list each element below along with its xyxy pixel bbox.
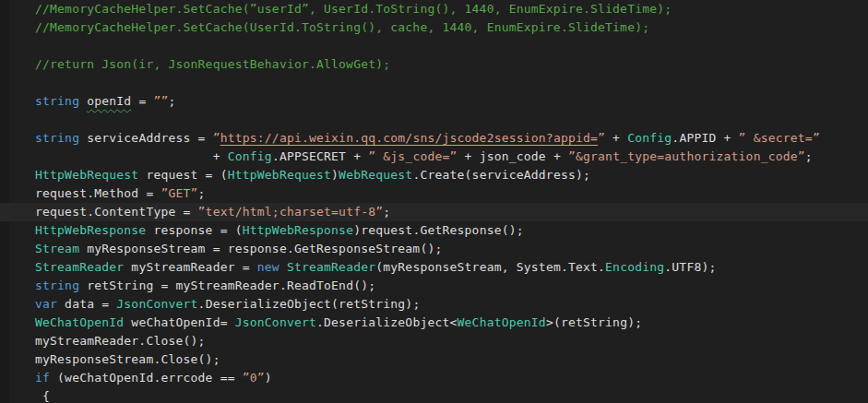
code-token: request.ContentType = bbox=[35, 205, 198, 219]
code-token: myStreamReader.Close(); bbox=[35, 334, 206, 348]
code-line[interactable]: string serviceAddress = ”https://api.wei… bbox=[0, 129, 868, 148]
code-token: JsonConvert bbox=[235, 315, 316, 329]
code-token: .APPID + bbox=[672, 131, 738, 145]
code-token: request = ( bbox=[138, 168, 227, 182]
code-token: response = ( bbox=[146, 223, 242, 237]
code-token: myResponseStream.Close(); bbox=[35, 352, 220, 366]
code-token: ”&grant_type=authorization_code” bbox=[568, 149, 805, 163]
code-token: ) bbox=[331, 168, 339, 182]
code-token: = bbox=[131, 94, 153, 108]
code-line[interactable]: + Config.APPSECRET + ” &js_code=” + json… bbox=[0, 148, 868, 166]
code-line[interactable]: //MemoryCacheHelper.SetCache(”userId”, U… bbox=[0, 0, 868, 18]
code-token: data = bbox=[57, 297, 116, 311]
code-token: Config bbox=[228, 149, 272, 163]
code-token: )request.GetResponse(); bbox=[353, 223, 524, 237]
code-token: //MemoryCacheHelper.SetCache(UserId.ToSt… bbox=[35, 20, 649, 34]
code-line[interactable]: HttpWebRequest request = (HttpWebRequest… bbox=[0, 166, 868, 184]
code-token: new bbox=[257, 260, 279, 274]
code-line[interactable]: string retString = myStreamReader.ReadTo… bbox=[0, 277, 868, 295]
code-line[interactable]: WeChatOpenId weChatOpenId= JsonConvert.D… bbox=[0, 314, 868, 332]
code-token: var bbox=[35, 297, 57, 311]
code-token: serviceAddress = bbox=[79, 131, 212, 145]
code-token: string bbox=[35, 94, 79, 108]
code-token: myStreamReader = bbox=[124, 260, 256, 274]
code-token: ”0” bbox=[243, 371, 265, 385]
code-token: https://api.weixin.qq.com/sns/jscode2ses… bbox=[220, 131, 598, 145]
code-token: + json_code + bbox=[458, 149, 568, 163]
code-line[interactable]: //MemoryCacheHelper.SetCache(UserId.ToSt… bbox=[0, 18, 868, 37]
code-line[interactable]: string openId = ””; bbox=[0, 92, 868, 111]
code-line[interactable]: request.Method = ”GET”; bbox=[0, 184, 868, 203]
code-token: Encoding bbox=[605, 260, 664, 274]
code-line[interactable]: request.ContentType = ”text/html;charset… bbox=[0, 203, 868, 221]
code-token bbox=[279, 260, 287, 274]
code-token: StreamReader bbox=[287, 260, 375, 274]
code-token: JsonConvert bbox=[116, 297, 197, 311]
code-line[interactable] bbox=[0, 74, 868, 92]
code-token: WeChatOpenId bbox=[35, 315, 124, 329]
code-token: string bbox=[35, 279, 79, 292]
code-line[interactable]: if (weChatOpenId.errcode == ”0”) bbox=[0, 369, 868, 387]
code-token: Stream bbox=[35, 242, 79, 255]
code-token: { bbox=[35, 389, 50, 403]
code-token: ” bbox=[598, 131, 605, 145]
code-token: StreamReader bbox=[35, 260, 124, 274]
code-token: (weChatOpenId.errcode == bbox=[50, 371, 243, 385]
code-token: ; bbox=[198, 186, 206, 200]
code-token: ”” bbox=[153, 94, 168, 108]
code-token: //MemoryCacheHelper.SetCache(”userId”, U… bbox=[35, 2, 672, 16]
code-token: ; bbox=[169, 94, 176, 108]
code-token: .DeserializeObject< bbox=[316, 315, 458, 329]
code-token: .APPSECRET + bbox=[272, 149, 368, 163]
code-editor[interactable]: //MemoryCacheHelper.SetCache(”userId”, U… bbox=[0, 0, 868, 403]
code-token: HttpWebResponse bbox=[243, 223, 353, 237]
code-token: WebRequest bbox=[339, 168, 412, 182]
code-line[interactable]: StreamReader myStreamReader = new Stream… bbox=[0, 258, 868, 277]
code-token: ” &secret=” bbox=[739, 131, 820, 145]
code-line[interactable]: myStreamReader.Close(); bbox=[0, 332, 868, 350]
code-line[interactable] bbox=[0, 37, 868, 55]
code-token: retString = myStreamReader.ReadToEnd(); bbox=[79, 279, 375, 292]
code-line[interactable]: { bbox=[0, 387, 868, 403]
code-token: HttpWebRequest bbox=[228, 168, 331, 182]
code-token: WeChatOpenId bbox=[458, 315, 546, 329]
code-token: request.Method = bbox=[35, 186, 161, 200]
code-token: (myResponseStream, System.Text. bbox=[375, 260, 605, 274]
code-token: ”GET” bbox=[161, 186, 197, 200]
code-token: HttpWebResponse bbox=[35, 223, 146, 237]
code-token bbox=[79, 94, 87, 108]
code-line[interactable]: //return Json(ir, JsonRequestBehavior.Al… bbox=[0, 55, 868, 74]
code-line[interactable]: Stream myResponseStream = response.GetRe… bbox=[0, 240, 868, 258]
code-token: + bbox=[35, 149, 228, 163]
code-token: //return Json(ir, JsonRequestBehavior.Al… bbox=[35, 57, 390, 71]
code-area[interactable]: //MemoryCacheHelper.SetCache(”userId”, U… bbox=[0, 0, 868, 403]
code-token: HttpWebRequest bbox=[35, 168, 138, 182]
code-line[interactable]: myResponseStream.Close(); bbox=[0, 350, 868, 369]
code-line[interactable] bbox=[0, 111, 868, 129]
code-token: weChatOpenId= bbox=[124, 315, 234, 329]
code-token: ; bbox=[805, 149, 813, 163]
code-token: ”text/html;charset=utf-8” bbox=[198, 205, 384, 219]
code-token: Config bbox=[627, 131, 672, 145]
code-token: openId bbox=[87, 94, 131, 108]
code-line[interactable]: HttpWebResponse response = (HttpWebRespo… bbox=[0, 221, 868, 240]
code-token: >(retString); bbox=[546, 315, 642, 329]
code-token: ” bbox=[213, 131, 220, 145]
code-token: .DeserializeObject(retString); bbox=[198, 297, 421, 311]
code-token: myResponseStream = response.GetResponseS… bbox=[79, 242, 442, 255]
code-token: .Create(serviceAddress); bbox=[412, 168, 590, 182]
code-token: + bbox=[605, 131, 627, 145]
code-token: if bbox=[35, 371, 50, 385]
code-token: .UTF8); bbox=[664, 260, 716, 274]
code-token: ) bbox=[265, 371, 272, 385]
code-token: ” &js_code=” bbox=[368, 149, 457, 163]
code-token: ; bbox=[383, 205, 390, 219]
code-line[interactable]: var data = JsonConvert.DeserializeObject… bbox=[0, 295, 868, 314]
code-token: string bbox=[35, 131, 79, 145]
